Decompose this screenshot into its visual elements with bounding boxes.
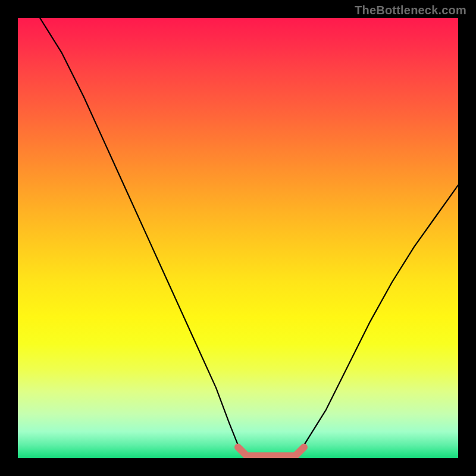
series-black-curve <box>40 18 458 458</box>
plot-area <box>18 18 458 458</box>
watermark-text: TheBottleneck.com <box>355 4 466 17</box>
series-bottom-highlight <box>238 447 304 456</box>
curve-layer <box>18 18 458 458</box>
chart-frame: TheBottleneck.com <box>0 0 476 476</box>
